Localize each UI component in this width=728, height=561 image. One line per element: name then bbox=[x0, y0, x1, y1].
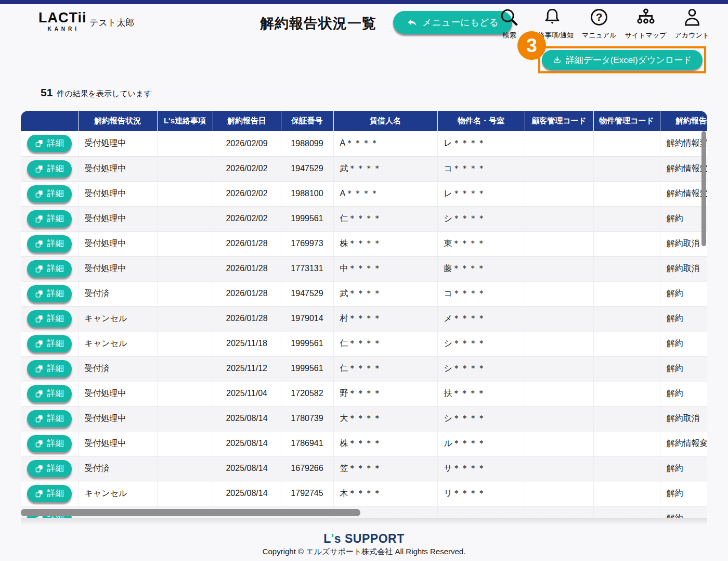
nav-item-account[interactable]: アカウント bbox=[674, 7, 709, 40]
detail-button[interactable]: 詳細 bbox=[27, 210, 72, 227]
detail-button[interactable]: 詳細 bbox=[27, 410, 72, 427]
cell-tenant: A＊＊＊＊ bbox=[333, 181, 437, 206]
cell-tenant: 仁＊＊＊＊ bbox=[333, 356, 437, 381]
cell-status: 受付処理中 bbox=[78, 181, 157, 206]
cell-contact bbox=[157, 156, 213, 181]
cell-report_date: 2026/02/02 bbox=[213, 181, 281, 206]
cell-property: レ＊＊＊＊ bbox=[437, 181, 525, 206]
table-row: 詳細受付処理中2026/02/021947529武＊＊＊＊コ＊＊＊＊解約情報変更 bbox=[21, 156, 707, 181]
detail-button[interactable]: 詳細 bbox=[27, 310, 72, 327]
detail-button[interactable]: 詳細 bbox=[27, 235, 72, 252]
cell-report_type: 解約取消 bbox=[660, 406, 707, 431]
cell-tenant: 大＊＊＊＊ bbox=[333, 406, 437, 431]
cell-contact bbox=[157, 331, 213, 356]
cell-status: 受付済 bbox=[78, 456, 157, 481]
detail-button[interactable]: 詳細 bbox=[27, 160, 72, 177]
cell-customer_code bbox=[525, 331, 593, 356]
cell-report_type: 解約取消 bbox=[660, 256, 707, 281]
vertical-scrollbar-thumb[interactable] bbox=[701, 131, 706, 246]
cell-property_code bbox=[593, 306, 660, 331]
cell-property_code bbox=[593, 206, 660, 231]
detail-button[interactable]: 詳細 bbox=[27, 185, 72, 202]
cell-property_code bbox=[593, 281, 660, 306]
detail-button[interactable]: 詳細 bbox=[27, 485, 72, 502]
cell-customer_code bbox=[525, 231, 593, 256]
document-copy-icon bbox=[35, 214, 44, 223]
horizontal-scrollbar-thumb[interactable] bbox=[21, 509, 360, 516]
detail-button[interactable]: 詳細 bbox=[27, 360, 72, 377]
document-copy-icon bbox=[35, 264, 44, 273]
cell-property: 藤＊＊＊＊ bbox=[437, 256, 525, 281]
cell-property: シ＊＊＊＊ bbox=[437, 356, 525, 381]
detail-cell: 詳細 bbox=[21, 256, 78, 281]
footer: L's SUPPORT Copyright © エルズサポート株式会社 All … bbox=[0, 532, 728, 557]
cell-guarantee_no: 1988099 bbox=[281, 131, 333, 156]
cell-contact bbox=[157, 406, 213, 431]
detail-cell: 詳細 bbox=[21, 456, 78, 481]
app-logo[interactable]: LACTii KANRI bbox=[38, 11, 87, 32]
cell-contact bbox=[157, 456, 213, 481]
cell-contact bbox=[157, 281, 213, 306]
excel-download-button[interactable]: 詳細データ(Excel)ダウンロード bbox=[542, 50, 703, 70]
cell-tenant: 木＊＊＊＊ bbox=[333, 481, 437, 506]
cell-status: 受付処理中 bbox=[78, 156, 157, 181]
cell-report_type: 解約 bbox=[660, 281, 707, 306]
cell-report_date: 2025/08/14 bbox=[213, 456, 281, 481]
cell-property_code bbox=[593, 231, 660, 256]
cell-report_date: 2025/11/18 bbox=[213, 331, 281, 356]
nav-item-sitemap[interactable]: サイトマップ bbox=[625, 7, 667, 40]
detail-button[interactable]: 詳細 bbox=[27, 260, 72, 277]
table-row: 詳細受付処理中2026/02/021988100A＊＊＊＊レ＊＊＊＊解約情報変更 bbox=[21, 181, 707, 206]
cell-report_date: 2026/01/28 bbox=[213, 231, 281, 256]
results-count: 51 bbox=[41, 86, 53, 99]
column-header-2: L's連絡事項 bbox=[157, 111, 213, 131]
cell-status: 受付済 bbox=[78, 281, 157, 306]
cell-customer_code bbox=[525, 256, 593, 281]
cell-report_type: 解約 bbox=[660, 381, 707, 406]
cell-report_type: 解約 bbox=[660, 456, 707, 481]
cell-report_date: 2026/01/28 bbox=[213, 256, 281, 281]
nav-item-search[interactable]: 検索 bbox=[496, 7, 523, 40]
reply-arrow-icon bbox=[407, 17, 418, 28]
cell-report_date: 2025/08/14 bbox=[213, 481, 281, 506]
cell-property_code bbox=[593, 256, 660, 281]
cell-property: リ＊＊＊＊ bbox=[437, 481, 525, 506]
detail-button[interactable]: 詳細 bbox=[27, 435, 72, 452]
report-table-container: 解約報告状況L's連絡事項解約報告日保証番号賃借人名物件名・号室顧客管理コード物… bbox=[21, 111, 707, 518]
detail-button[interactable]: 詳細 bbox=[27, 335, 72, 352]
cell-status: 受付処理中 bbox=[78, 256, 157, 281]
cell-report_date: 2026/02/02 bbox=[213, 156, 281, 181]
cell-guarantee_no: 1947529 bbox=[281, 281, 333, 306]
excel-download-label: 詳細データ(Excel)ダウンロード bbox=[566, 54, 692, 66]
detail-cell: 詳細 bbox=[21, 356, 78, 381]
detail-button[interactable]: 詳細 bbox=[27, 460, 72, 477]
detail-button[interactable]: 詳細 bbox=[27, 135, 72, 152]
download-icon bbox=[552, 55, 562, 65]
detail-cell: 詳細 bbox=[21, 156, 78, 181]
cell-guarantee_no: 1720582 bbox=[281, 381, 333, 406]
cell-tenant: 野＊＊＊＊ bbox=[333, 381, 437, 406]
cell-report_type: 解約情報変更 bbox=[660, 131, 707, 156]
cell-contact bbox=[157, 356, 213, 381]
nav-item-manual[interactable]: ? マニュアル bbox=[582, 7, 617, 40]
document-copy-icon bbox=[35, 389, 44, 398]
detail-button[interactable]: 詳細 bbox=[27, 385, 72, 402]
cell-contact bbox=[157, 256, 213, 281]
table-row: 詳細キャンセル2025/08/141792745木＊＊＊＊リ＊＊＊＊解約 bbox=[21, 481, 707, 506]
cell-property_code bbox=[593, 356, 660, 381]
cell-property_code bbox=[593, 331, 660, 356]
footer-logo: L's SUPPORT bbox=[0, 532, 728, 546]
cell-contact bbox=[157, 381, 213, 406]
back-to-menu-button[interactable]: メニューにもどる bbox=[393, 11, 512, 34]
cell-property: ル＊＊＊＊ bbox=[437, 431, 525, 456]
table-bottom-shadow bbox=[21, 518, 707, 525]
table-row: 詳細受付処理中2025/08/141786941株＊＊＊＊ル＊＊＊＊解約情報変更 bbox=[21, 431, 707, 456]
table-row: 詳細受付処理中2025/08/141780739大＊＊＊＊シ＊＊＊＊解約取消 bbox=[21, 406, 707, 431]
detail-button[interactable]: 詳細 bbox=[27, 285, 72, 302]
app-logo-main: LACTii bbox=[38, 11, 87, 25]
table-row: 詳細受付済2026/01/281947529武＊＊＊＊コ＊＊＊＊解約 bbox=[21, 281, 707, 306]
column-header-3: 解約報告日 bbox=[213, 111, 281, 131]
cell-report_type: 解約 bbox=[660, 306, 707, 331]
search-icon bbox=[499, 7, 519, 30]
page-title: 解約報告状況一覧 bbox=[260, 14, 376, 33]
